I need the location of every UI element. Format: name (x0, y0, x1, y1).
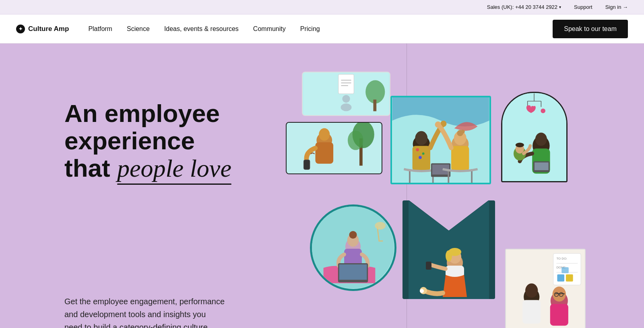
svg-point-54 (375, 222, 386, 229)
svg-rect-15 (315, 142, 333, 163)
nav-community[interactable]: Community (253, 25, 286, 33)
logo-c: ✦ (19, 26, 23, 32)
svg-rect-71 (561, 267, 569, 273)
svg-text:TO DO:: TO DO: (556, 257, 567, 260)
svg-rect-69 (557, 274, 564, 282)
svg-point-14 (319, 128, 330, 141)
svg-rect-43 (535, 163, 549, 170)
signin-link[interactable]: Sign in → (605, 4, 628, 10)
sales-label: Sales (UK): +44 20 3744 2922 (487, 4, 557, 10)
nav-platform[interactable]: Platform (88, 25, 112, 33)
svg-point-58 (446, 250, 452, 262)
svg-rect-29 (451, 146, 469, 171)
svg-rect-16 (303, 160, 310, 169)
svg-rect-1 (339, 74, 354, 94)
svg-point-12 (348, 130, 363, 150)
svg-point-50 (349, 231, 357, 239)
nav-ideas[interactable]: Ideas, events & resources (164, 25, 239, 33)
svg-rect-8 (373, 99, 376, 111)
svg-point-40 (535, 132, 547, 146)
hero-description: Get the employee engagement, performance… (64, 295, 225, 328)
svg-rect-62 (426, 262, 431, 270)
logo-icon: ✦ (16, 25, 25, 33)
svg-point-21 (416, 148, 419, 151)
svg-rect-70 (566, 274, 573, 282)
hero-title-line3: that (64, 154, 117, 182)
hero-section: An employee experience that people love … (0, 43, 644, 328)
logo-text: Culture Amp (28, 25, 69, 33)
hero-title: An employee experience that people love (64, 100, 274, 182)
illustration-highfive (390, 96, 491, 184)
illustration-person-plant (286, 122, 382, 174)
hero-title-italic: people love (117, 155, 231, 182)
svg-point-73 (525, 283, 538, 297)
svg-rect-53 (339, 264, 367, 280)
svg-point-46 (516, 142, 524, 147)
utility-bar: Sales (UK): +44 20 3744 2922 ▾ Support S… (0, 0, 644, 14)
nav-links: Platform Science Ideas, events & resourc… (88, 25, 553, 33)
svg-point-30 (435, 122, 441, 128)
illustration-tent-person (402, 200, 495, 299)
svg-point-6 (341, 103, 352, 111)
svg-rect-79 (550, 304, 568, 326)
svg-point-23 (419, 156, 422, 159)
logo[interactable]: ✦ Culture Amp (16, 25, 69, 33)
speak-to-team-button[interactable]: Speak to our team (553, 20, 628, 38)
illustration-parent-child (501, 92, 568, 182)
svg-point-22 (422, 153, 425, 155)
hero-illustrations: TO DO: DONE: (282, 43, 644, 328)
illustration-todo-people: TO DO: DONE: (505, 249, 586, 328)
svg-point-38 (541, 109, 545, 113)
nav-pricing[interactable]: Pricing (300, 25, 320, 33)
support-link[interactable]: Support (574, 4, 592, 10)
illustration-person-laptop (310, 204, 396, 291)
svg-point-19 (415, 131, 427, 145)
svg-rect-74 (522, 300, 541, 324)
illustration-video-call (302, 72, 390, 116)
hero-title-line2: experience (64, 127, 195, 155)
hero-title-line1: An employee (64, 99, 220, 127)
svg-point-61 (420, 289, 424, 293)
chevron-down-icon: ▾ (559, 5, 561, 9)
svg-point-28 (461, 130, 465, 134)
main-navbar: ✦ Culture Amp Platform Science Ideas, ev… (0, 14, 644, 43)
hero-left: An employee experience that people love … (64, 68, 274, 328)
svg-point-5 (342, 95, 350, 103)
svg-rect-59 (446, 266, 464, 278)
sales-phone[interactable]: Sales (UK): +44 20 3744 2922 ▾ (487, 4, 561, 10)
nav-science[interactable]: Science (127, 25, 150, 33)
